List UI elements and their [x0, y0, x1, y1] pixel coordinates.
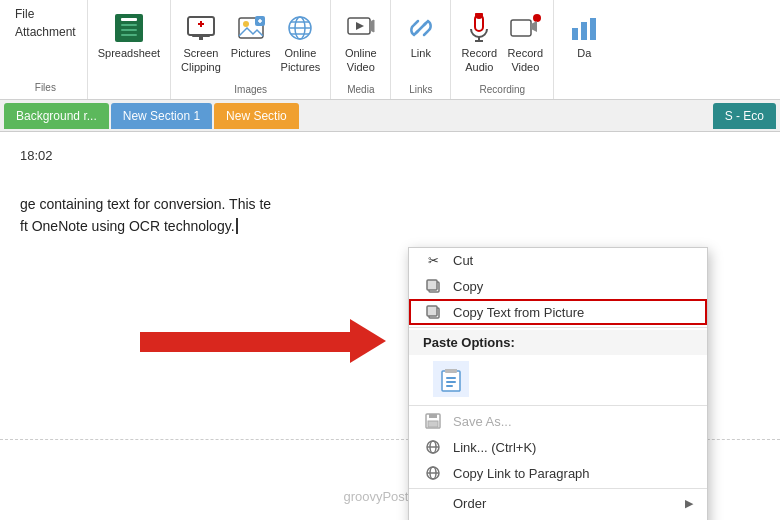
order-label: Order — [453, 496, 486, 511]
record-video-button[interactable]: RecordVideo — [503, 10, 547, 77]
svg-marker-29 — [531, 21, 537, 32]
ribbon-group-media: OnlineVideo Media — [331, 0, 391, 99]
online-video-button[interactable]: OnlineVideo — [339, 10, 383, 77]
paste-options-label: Paste Options: — [423, 335, 515, 350]
svg-rect-2 — [121, 24, 137, 26]
copy-text-picture-label: Copy Text from Picture — [453, 305, 584, 320]
svg-rect-28 — [511, 20, 531, 36]
separator-3 — [409, 488, 707, 489]
arrow-head — [350, 319, 386, 363]
svg-line-22 — [416, 23, 426, 33]
save-as-label: Save As... — [453, 414, 512, 429]
images-group-label: Images — [234, 82, 267, 95]
context-menu-save-as[interactable]: Save As... — [409, 408, 707, 434]
record-audio-button[interactable]: RecordAudio — [457, 10, 501, 77]
svg-rect-31 — [581, 22, 587, 40]
files-buttons: File Attachment — [12, 6, 79, 40]
ribbon: File Attachment Files — [0, 0, 780, 100]
context-menu-link[interactable]: Link... (Ctrl+K) — [409, 434, 707, 460]
arrow-body — [140, 332, 350, 352]
svg-rect-40 — [446, 377, 456, 379]
copy-link-label: Copy Link to Paragraph — [453, 466, 590, 481]
spreadsheet-icon — [113, 12, 145, 44]
online-video-icon — [345, 12, 377, 44]
online-video-label: OnlineVideo — [345, 46, 377, 75]
context-menu-copy[interactable]: Copy — [409, 273, 707, 299]
link-menu-label: Link... (Ctrl+K) — [453, 440, 536, 455]
ribbon-group-spreadsheet: Spreadsheet — [88, 0, 171, 99]
arrow-graphic — [140, 324, 410, 360]
context-menu: ✂ Cut Copy — [408, 247, 708, 520]
pictures-icon — [235, 12, 267, 44]
context-menu-cut[interactable]: ✂ Cut — [409, 248, 707, 273]
file-button[interactable]: File — [12, 6, 79, 22]
files-group-label: Files — [35, 80, 56, 93]
attachment-button[interactable]: Attachment — [12, 24, 79, 40]
svg-rect-1 — [121, 18, 137, 21]
link-icon — [405, 12, 437, 44]
paste-icon[interactable] — [433, 361, 469, 397]
ctx-link-icon — [423, 439, 443, 455]
da-icon — [568, 12, 600, 44]
tab-new-section-2[interactable]: New Sectio — [214, 103, 299, 129]
tabs-row: Background r... New Section 1 New Sectio… — [0, 100, 780, 132]
ribbon-group-files: File Attachment Files — [4, 0, 88, 99]
screen-clipping-button[interactable]: ScreenClipping — [177, 10, 225, 77]
svg-point-27 — [533, 14, 541, 22]
spreadsheet-items: Spreadsheet — [94, 4, 164, 93]
tab-new-section-2-label: New Sectio — [226, 109, 287, 123]
spreadsheet-label: Spreadsheet — [98, 46, 160, 60]
svg-point-24 — [475, 13, 483, 19]
svg-rect-32 — [590, 18, 596, 40]
svg-rect-41 — [446, 381, 456, 383]
copy-label: Copy — [453, 279, 483, 294]
time-label: 18:02 — [20, 148, 760, 163]
context-menu-rotate[interactable]: Rotate ▶ — [409, 516, 707, 520]
tab-eco[interactable]: S - Eco — [713, 103, 776, 129]
paste-icon-area — [409, 355, 707, 403]
content-text: ge containing text for conversion. This … — [20, 193, 760, 238]
save-as-icon — [423, 413, 443, 429]
content-line1: ge containing text for conversion. This … — [20, 193, 760, 215]
ribbon-group-images: ScreenClipping Pictures — [171, 0, 331, 99]
svg-rect-3 — [121, 29, 137, 31]
svg-rect-42 — [446, 385, 453, 387]
svg-rect-34 — [427, 280, 437, 290]
ribbon-group-links: Link Links — [391, 0, 451, 99]
online-pictures-label: OnlinePictures — [281, 46, 321, 75]
svg-point-11 — [243, 21, 249, 27]
tab-background[interactable]: Background r... — [4, 103, 109, 129]
media-group-label: Media — [347, 82, 374, 95]
context-menu-copy-text-picture[interactable]: Copy Text from Picture — [409, 299, 707, 325]
da-label: Da — [577, 46, 591, 60]
svg-rect-6 — [192, 35, 210, 37]
svg-rect-44 — [429, 414, 437, 418]
online-pictures-icon — [284, 12, 316, 44]
pictures-button[interactable]: Pictures — [227, 10, 275, 62]
separator-1 — [409, 327, 707, 328]
copy-text-icon — [423, 304, 443, 320]
svg-rect-30 — [572, 28, 578, 40]
ribbon-group-recording: RecordAudio RecordVideo Recording — [451, 0, 554, 99]
screen-clipping-icon — [185, 12, 217, 44]
record-audio-icon — [463, 12, 495, 44]
tab-new-section-1[interactable]: New Section 1 — [111, 103, 212, 129]
recording-group-label: Recording — [480, 82, 526, 95]
svg-rect-4 — [121, 34, 137, 36]
app-window: File Attachment Files — [0, 0, 780, 520]
spreadsheet-button[interactable]: Spreadsheet — [94, 10, 164, 62]
context-menu-order[interactable]: Order ▶ — [409, 491, 707, 516]
record-video-icon — [509, 12, 541, 44]
copy-icon — [423, 278, 443, 294]
svg-rect-45 — [428, 421, 438, 427]
online-pictures-button[interactable]: OnlinePictures — [277, 10, 325, 77]
separator-2 — [409, 405, 707, 406]
link-button[interactable]: Link — [399, 10, 443, 62]
svg-rect-39 — [445, 369, 457, 373]
da-button[interactable]: Da — [562, 10, 606, 62]
cut-label: Cut — [453, 253, 473, 268]
paste-options-section: Paste Options: — [409, 330, 707, 355]
screen-clipping-label: ScreenClipping — [181, 46, 221, 75]
tab-new-section-1-label: New Section 1 — [123, 109, 200, 123]
context-menu-copy-link[interactable]: Copy Link to Paragraph — [409, 460, 707, 486]
